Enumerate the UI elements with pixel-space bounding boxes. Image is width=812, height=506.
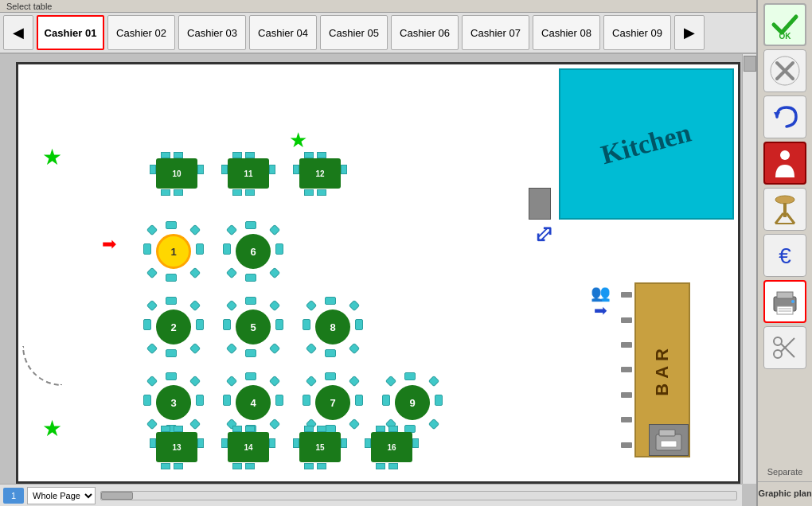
cashier-03-button[interactable]: Cashier 03 [178,15,246,50]
table-12-group[interactable]: 12 [293,152,347,196]
table-10-group[interactable]: 10 [150,152,204,196]
cashier-08-button[interactable]: Cashier 08 [533,15,600,50]
table-15-group[interactable]: 15 [293,426,347,469]
svg-rect-25 [659,430,675,436]
cashier-06-button[interactable]: Cashier 06 [391,15,459,50]
svg-point-8 [775,196,794,204]
horizontal-scrollbar[interactable] [100,491,737,500]
printer-button[interactable] [763,280,806,323]
cancel-button[interactable] [763,49,806,92]
svg-line-10 [775,213,783,224]
page-title: Select table [6,2,52,11]
cash-register-icon [649,424,689,456]
svg-text:OK: OK [779,32,792,41]
waiter-button[interactable] [763,142,806,185]
kitchen-area: Kitchen [559,68,734,220]
separate-label: Separate [767,467,803,477]
table-13-group[interactable]: 13 [150,426,204,469]
table-14-group[interactable]: 14 [221,426,275,469]
undo-button[interactable] [763,95,806,138]
svg-rect-15 [777,292,793,298]
door-arc [22,346,62,386]
svg-rect-9 [783,203,787,217]
restroom-icon: 👥 ➡ [591,283,611,320]
svg-point-17 [791,300,794,303]
kitchen-register [529,188,551,220]
door-arrow: ⇕ [526,216,563,253]
table-11-group[interactable]: 11 [221,152,275,196]
scissors-button[interactable] [763,326,806,369]
next-button[interactable]: ▶ [674,15,705,50]
prev-button[interactable]: ◀ [3,15,33,50]
bar-label: BAR [652,344,673,396]
svg-text:€: € [779,243,791,268]
kitchen-label: Kitchen [598,118,694,171]
euro-button[interactable]: € [763,234,806,277]
table-9-group[interactable]: 9 [381,371,444,434]
cashier-09-button[interactable]: Cashier 09 [603,15,671,50]
cashier-04-button[interactable]: Cashier 04 [249,15,317,50]
selected-table-arrow: ➡ [102,234,116,255]
star-bottom-left: ★ [42,415,62,442]
table-4-group[interactable]: 4 [221,371,285,434]
table-1-group[interactable]: 1 [142,220,205,283]
star-top-mid: ★ [289,128,307,153]
cashier-02-button[interactable]: Cashier 02 [107,15,175,50]
table-3-group[interactable]: 3 [142,371,205,434]
vertical-scrollbar[interactable] [742,54,756,484]
cashier-01-button[interactable]: Cashier 01 [37,15,104,50]
table-2-group[interactable]: 2 [142,295,205,359]
svg-marker-5 [774,112,780,119]
bar-stool-button[interactable] [763,188,806,231]
table-8-group[interactable]: 8 [301,295,365,359]
svg-rect-16 [777,306,793,314]
zoom-select[interactable]: Whole Page 50% 75% 100% 150% [27,487,96,504]
ok-button[interactable]: OK [763,3,806,46]
bar-divider [619,282,634,457]
page-tab[interactable]: 1 [3,488,24,504]
table-6-group[interactable]: 6 [221,220,285,283]
star-top-left: ★ [42,144,62,170]
bottom-bar: 1 Whole Page 50% 75% 100% 150% [0,484,742,506]
table-7-group[interactable]: 7 [301,371,365,434]
cashier-05-button[interactable]: Cashier 05 [320,15,388,50]
table-16-group[interactable]: 16 [365,426,419,469]
svg-point-20 [774,350,782,358]
svg-rect-26 [661,441,677,447]
svg-line-11 [787,213,794,224]
table-5-group[interactable]: 5 [221,295,285,359]
graphic-plan-label: Graphic plan [758,488,811,498]
svg-point-7 [780,150,790,160]
cashier-07-button[interactable]: Cashier 07 [462,15,529,50]
